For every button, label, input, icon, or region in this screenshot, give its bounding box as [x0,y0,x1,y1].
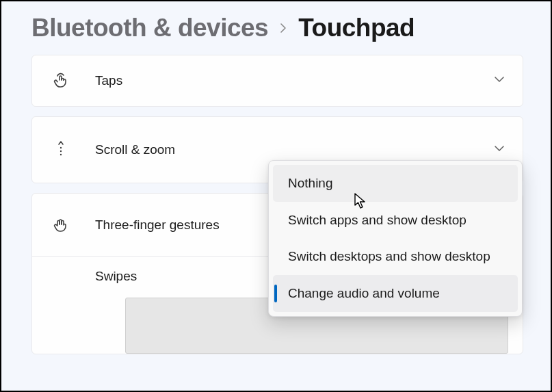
panel-title: Scroll & zoom [95,142,494,157]
scroll-zoom-icon [49,140,73,159]
svg-point-1 [60,151,62,152]
swipes-label: Swipes [95,269,137,284]
breadcrumb-current: Touchpad [298,14,415,42]
hand-icon [49,217,73,233]
svg-point-2 [60,154,62,155]
dropdown-item-change-audio[interactable]: Change audio and volume [273,275,518,312]
dropdown-item-switch-apps[interactable]: Switch apps and show desktop [273,202,518,239]
panel-taps[interactable]: Taps [31,55,523,107]
breadcrumb-parent[interactable]: Bluetooth & devices [31,14,268,42]
breadcrumb: Bluetooth & devices Touchpad [31,14,523,42]
dropdown-item-switch-desktops[interactable]: Switch desktops and show desktop [273,238,518,275]
chevron-down-icon [494,143,505,157]
panel-title: Taps [95,73,494,88]
chevron-right-icon [278,23,289,34]
tap-icon [49,73,73,89]
chevron-down-icon [494,74,505,88]
dropdown-item-nothing[interactable]: Nothing [273,165,518,202]
svg-point-0 [60,147,62,148]
swipes-dropdown[interactable]: Nothing Switch apps and show desktop Swi… [268,160,523,317]
